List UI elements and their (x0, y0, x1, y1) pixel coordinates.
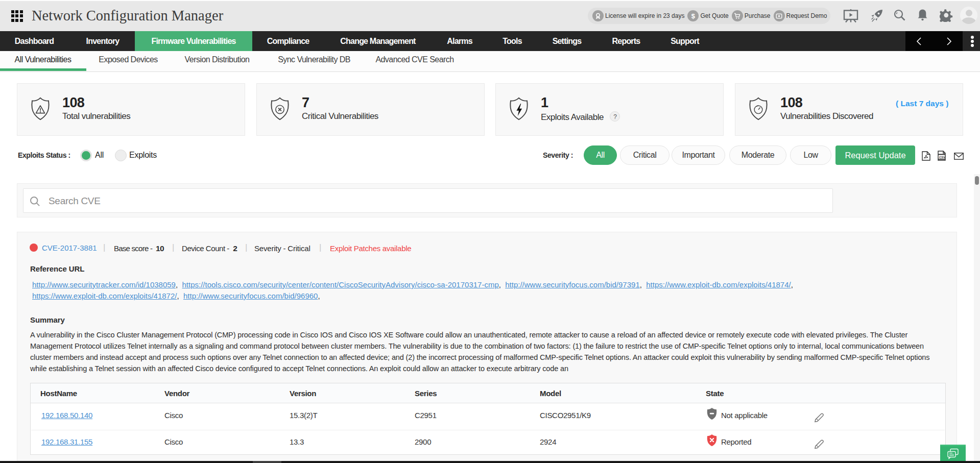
svg-text:CSV: CSV (939, 156, 945, 159)
